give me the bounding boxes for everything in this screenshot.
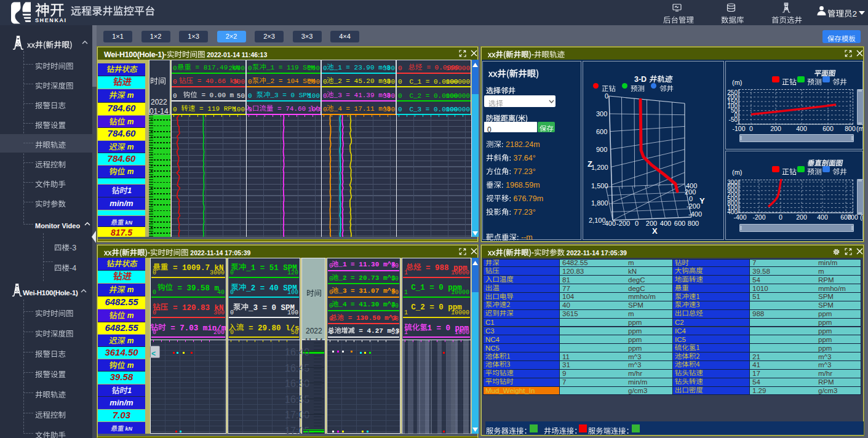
svg-text:600: 600 bbox=[822, 125, 834, 132]
svg-text:400: 400 bbox=[817, 213, 828, 221]
svg-text:400: 400 bbox=[796, 125, 807, 132]
svg-text:700: 700 bbox=[847, 213, 858, 221]
svg-text:0: 0 bbox=[779, 213, 782, 221]
svg-text:800: 800 bbox=[845, 125, 856, 132]
svg-text:0: 0 bbox=[689, 195, 693, 202]
svg-text:-50: -50 bbox=[729, 116, 738, 123]
svg-text:-200: -200 bbox=[616, 220, 630, 227]
svg-text:600: 600 bbox=[596, 128, 607, 135]
svg-text:X: X bbox=[652, 226, 658, 236]
svg-text:200: 200 bbox=[770, 125, 781, 132]
svg-text:900: 900 bbox=[596, 146, 607, 153]
svg-text:800: 800 bbox=[688, 220, 699, 227]
svg-text:-200: -200 bbox=[687, 202, 700, 210]
svg-text:-200: -200 bbox=[752, 213, 765, 221]
svg-text:-100: -100 bbox=[732, 125, 745, 132]
svg-text:400: 400 bbox=[660, 220, 671, 227]
svg-text:1,500: 1,500 bbox=[591, 182, 608, 189]
svg-text:-400: -400 bbox=[733, 213, 746, 221]
svg-text:Y: Y bbox=[699, 196, 705, 205]
svg-text:0: 0 bbox=[749, 125, 753, 132]
svg-text:-400: -400 bbox=[688, 210, 702, 218]
svg-text:0: 0 bbox=[605, 92, 608, 100]
svg-text:1,800: 1,800 bbox=[591, 199, 608, 207]
svg-text:600: 600 bbox=[674, 220, 685, 227]
svg-text:Z: Z bbox=[587, 159, 592, 169]
svg-text:200: 200 bbox=[796, 213, 807, 221]
svg-text:(m): (m) bbox=[856, 125, 863, 132]
svg-text:-400: -400 bbox=[602, 220, 616, 227]
svg-text:1,200: 1,200 bbox=[591, 164, 608, 171]
svg-text:300: 300 bbox=[596, 110, 607, 117]
svg-text:0: 0 bbox=[635, 220, 639, 227]
